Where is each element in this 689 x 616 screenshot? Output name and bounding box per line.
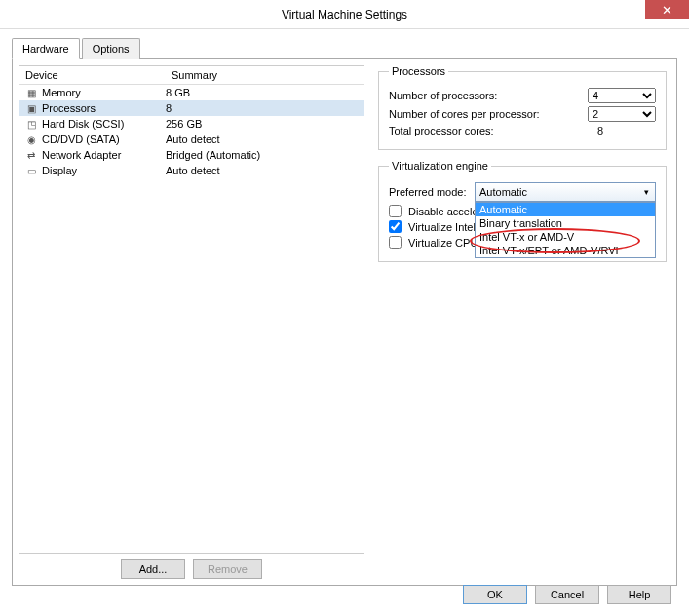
- combo-option-vtx-ept[interactable]: Intel VT-x/EPT or AMD-V/RVI: [476, 244, 655, 257]
- device-list[interactable]: Device Summary ▦Memory8 GB▣Processors8◳H…: [19, 65, 364, 554]
- device-row[interactable]: ◉CD/DVD (SATA)Auto detect: [19, 132, 364, 147]
- device-row[interactable]: ◳Hard Disk (SCSI)256 GB: [19, 116, 364, 132]
- combo-option-vtx[interactable]: Intel VT-x or AMD-V: [476, 230, 655, 244]
- tab-strip: Hardware Options: [12, 37, 677, 59]
- device-name: Hard Disk (SCSI): [42, 118, 124, 130]
- total-cores-value: 8: [597, 125, 656, 136]
- preferred-mode-label: Preferred mode:: [389, 186, 475, 198]
- cancel-button[interactable]: Cancel: [535, 585, 599, 604]
- device-name: Display: [42, 165, 77, 176]
- preferred-mode-dropdown: Automatic Binary translation Intel VT-x …: [475, 202, 656, 258]
- chevron-down-icon: ▾: [639, 185, 653, 199]
- cores-per-processor-label: Number of cores per processor:: [389, 108, 588, 120]
- virt-engine-group: Virtualization engine Preferred mode: Au…: [378, 160, 667, 262]
- device-name: CD/DVD (SATA): [42, 134, 120, 145]
- col-device: Device: [19, 66, 166, 84]
- close-icon: ✕: [662, 3, 672, 18]
- processors-group: Processors Number of processors: 4 Numbe…: [378, 65, 667, 150]
- device-buttons: Add... Remove: [19, 554, 364, 579]
- help-button[interactable]: Help: [607, 585, 671, 604]
- combo-option-automatic[interactable]: Automatic: [476, 203, 655, 216]
- preferred-mode-value: Automatic: [479, 186, 527, 198]
- disable-accel-label: Disable accele: [408, 206, 478, 217]
- close-button[interactable]: ✕: [645, 0, 689, 19]
- num-processors-label: Number of processors:: [389, 90, 588, 101]
- combo-option-binary[interactable]: Binary translation: [476, 216, 655, 230]
- processors-legend: Processors: [389, 65, 448, 77]
- cd-icon: ◉: [23, 133, 39, 146]
- ok-button[interactable]: OK: [463, 585, 527, 604]
- display-icon: ▭: [23, 164, 39, 177]
- device-summary: Auto detect: [166, 134, 360, 145]
- device-row[interactable]: ▣Processors8: [19, 100, 364, 116]
- cores-per-processor-select[interactable]: 2: [588, 106, 656, 122]
- col-summary: Summary: [166, 66, 364, 84]
- virtualize-intel-checkbox[interactable]: [389, 220, 402, 233]
- device-name: Memory: [42, 87, 81, 98]
- disk-icon: ◳: [23, 117, 39, 131]
- left-column: Device Summary ▦Memory8 GB▣Processors8◳H…: [19, 65, 364, 579]
- tab-body: Device Summary ▦Memory8 GB▣Processors8◳H…: [12, 59, 677, 586]
- tab-options[interactable]: Options: [82, 38, 140, 59]
- device-row[interactable]: ▭DisplayAuto detect: [19, 163, 364, 178]
- right-column: Processors Number of processors: 4 Numbe…: [374, 65, 670, 579]
- num-processors-select[interactable]: 4: [588, 88, 656, 103]
- device-summary: Auto detect: [166, 165, 360, 176]
- virtualize-intel-label: Virtualize Intel: [408, 221, 476, 233]
- titlebar: Virtual Machine Settings ✕: [0, 0, 689, 29]
- virtualize-cpu-label: Virtualize CPU: [408, 237, 478, 249]
- window-title: Virtual Machine Settings: [282, 8, 407, 21]
- device-summary: Bridged (Automatic): [166, 149, 360, 161]
- disable-accel-checkbox[interactable]: [389, 205, 402, 217]
- net-icon: ⇄: [23, 148, 39, 162]
- content-area: Hardware Options Device Summary ▦Memory8…: [0, 29, 689, 616]
- memory-icon: ▦: [23, 86, 39, 99]
- total-cores-label: Total processor cores:: [389, 125, 597, 136]
- device-name: Processors: [42, 102, 96, 114]
- device-name: Network Adapter: [42, 149, 121, 161]
- remove-button[interactable]: Remove: [193, 559, 262, 579]
- virtualize-cpu-checkbox[interactable]: [389, 236, 402, 249]
- device-row[interactable]: ▦Memory8 GB: [19, 85, 364, 100]
- add-button[interactable]: Add...: [121, 559, 185, 579]
- device-summary: 8: [166, 102, 360, 114]
- cpu-icon: ▣: [23, 101, 39, 115]
- device-row[interactable]: ⇄Network AdapterBridged (Automatic): [19, 147, 364, 163]
- device-summary: 8 GB: [166, 87, 360, 98]
- preferred-mode-select[interactable]: Automatic ▾: [475, 182, 656, 202]
- tab-hardware[interactable]: Hardware: [12, 38, 80, 59]
- virt-engine-legend: Virtualization engine: [389, 160, 491, 172]
- device-summary: 256 GB: [166, 118, 360, 130]
- device-list-header: Device Summary: [19, 66, 364, 85]
- dialog-buttons: OK Cancel Help: [463, 585, 671, 604]
